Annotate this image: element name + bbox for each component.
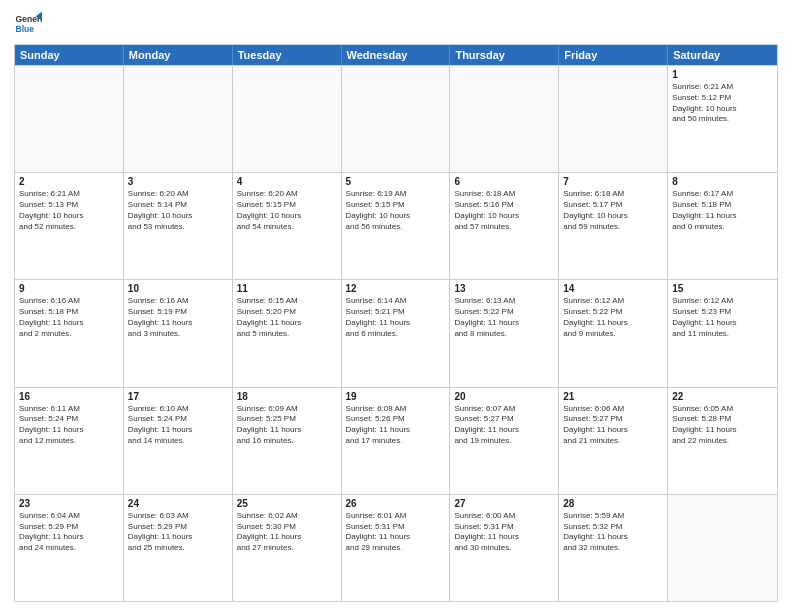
page-header: General Blue [14, 10, 778, 38]
day-info: Sunrise: 6:15 AM Sunset: 5:20 PM Dayligh… [237, 296, 337, 339]
day-info: Sunrise: 6:02 AM Sunset: 5:30 PM Dayligh… [237, 511, 337, 554]
calendar-body: 1Sunrise: 6:21 AM Sunset: 5:12 PM Daylig… [15, 65, 777, 601]
day-info: Sunrise: 6:18 AM Sunset: 5:16 PM Dayligh… [454, 189, 554, 232]
day-header-monday: Monday [124, 45, 233, 65]
day-number: 16 [19, 391, 119, 402]
calendar-cell: 10Sunrise: 6:16 AM Sunset: 5:19 PM Dayli… [124, 280, 233, 386]
calendar-cell [450, 66, 559, 172]
calendar-cell: 17Sunrise: 6:10 AM Sunset: 5:24 PM Dayli… [124, 388, 233, 494]
calendar-cell: 4Sunrise: 6:20 AM Sunset: 5:15 PM Daylig… [233, 173, 342, 279]
day-header-thursday: Thursday [450, 45, 559, 65]
calendar-cell: 12Sunrise: 6:14 AM Sunset: 5:21 PM Dayli… [342, 280, 451, 386]
calendar-cell: 13Sunrise: 6:13 AM Sunset: 5:22 PM Dayli… [450, 280, 559, 386]
day-info: Sunrise: 6:20 AM Sunset: 5:15 PM Dayligh… [237, 189, 337, 232]
day-info: Sunrise: 6:07 AM Sunset: 5:27 PM Dayligh… [454, 404, 554, 447]
calendar-cell: 6Sunrise: 6:18 AM Sunset: 5:16 PM Daylig… [450, 173, 559, 279]
calendar-cell: 19Sunrise: 6:08 AM Sunset: 5:26 PM Dayli… [342, 388, 451, 494]
day-number: 2 [19, 176, 119, 187]
day-info: Sunrise: 6:03 AM Sunset: 5:29 PM Dayligh… [128, 511, 228, 554]
day-number: 8 [672, 176, 773, 187]
calendar-row-2: 2Sunrise: 6:21 AM Sunset: 5:13 PM Daylig… [15, 172, 777, 279]
day-info: Sunrise: 6:10 AM Sunset: 5:24 PM Dayligh… [128, 404, 228, 447]
calendar-cell: 16Sunrise: 6:11 AM Sunset: 5:24 PM Dayli… [15, 388, 124, 494]
calendar-cell: 21Sunrise: 6:06 AM Sunset: 5:27 PM Dayli… [559, 388, 668, 494]
calendar-cell: 1Sunrise: 6:21 AM Sunset: 5:12 PM Daylig… [668, 66, 777, 172]
day-info: Sunrise: 6:13 AM Sunset: 5:22 PM Dayligh… [454, 296, 554, 339]
calendar-cell [15, 66, 124, 172]
day-number: 21 [563, 391, 663, 402]
day-number: 3 [128, 176, 228, 187]
day-number: 18 [237, 391, 337, 402]
day-header-friday: Friday [559, 45, 668, 65]
day-number: 6 [454, 176, 554, 187]
day-number: 5 [346, 176, 446, 187]
calendar-cell: 7Sunrise: 6:18 AM Sunset: 5:17 PM Daylig… [559, 173, 668, 279]
day-info: Sunrise: 6:18 AM Sunset: 5:17 PM Dayligh… [563, 189, 663, 232]
day-number: 23 [19, 498, 119, 509]
day-number: 24 [128, 498, 228, 509]
day-number: 20 [454, 391, 554, 402]
calendar: SundayMondayTuesdayWednesdayThursdayFrid… [14, 44, 778, 602]
calendar-cell: 24Sunrise: 6:03 AM Sunset: 5:29 PM Dayli… [124, 495, 233, 601]
calendar-cell: 23Sunrise: 6:04 AM Sunset: 5:29 PM Dayli… [15, 495, 124, 601]
calendar-cell: 28Sunrise: 5:59 AM Sunset: 5:32 PM Dayli… [559, 495, 668, 601]
day-number: 15 [672, 283, 773, 294]
calendar-row-5: 23Sunrise: 6:04 AM Sunset: 5:29 PM Dayli… [15, 494, 777, 601]
svg-text:Blue: Blue [16, 24, 35, 34]
day-info: Sunrise: 6:00 AM Sunset: 5:31 PM Dayligh… [454, 511, 554, 554]
calendar-cell: 11Sunrise: 6:15 AM Sunset: 5:20 PM Dayli… [233, 280, 342, 386]
calendar-row-3: 9Sunrise: 6:16 AM Sunset: 5:18 PM Daylig… [15, 279, 777, 386]
day-number: 7 [563, 176, 663, 187]
day-number: 14 [563, 283, 663, 294]
day-number: 12 [346, 283, 446, 294]
calendar-row-4: 16Sunrise: 6:11 AM Sunset: 5:24 PM Dayli… [15, 387, 777, 494]
calendar-cell [668, 495, 777, 601]
calendar-row-1: 1Sunrise: 6:21 AM Sunset: 5:12 PM Daylig… [15, 65, 777, 172]
calendar-cell: 15Sunrise: 6:12 AM Sunset: 5:23 PM Dayli… [668, 280, 777, 386]
day-number: 22 [672, 391, 773, 402]
calendar-cell: 8Sunrise: 6:17 AM Sunset: 5:18 PM Daylig… [668, 173, 777, 279]
day-info: Sunrise: 6:09 AM Sunset: 5:25 PM Dayligh… [237, 404, 337, 447]
day-info: Sunrise: 6:19 AM Sunset: 5:15 PM Dayligh… [346, 189, 446, 232]
calendar-cell: 26Sunrise: 6:01 AM Sunset: 5:31 PM Dayli… [342, 495, 451, 601]
day-info: Sunrise: 6:12 AM Sunset: 5:22 PM Dayligh… [563, 296, 663, 339]
calendar-cell: 27Sunrise: 6:00 AM Sunset: 5:31 PM Dayli… [450, 495, 559, 601]
day-header-saturday: Saturday [668, 45, 777, 65]
day-number: 25 [237, 498, 337, 509]
day-number: 28 [563, 498, 663, 509]
logo-icon: General Blue [14, 10, 42, 38]
day-header-sunday: Sunday [15, 45, 124, 65]
day-info: Sunrise: 6:08 AM Sunset: 5:26 PM Dayligh… [346, 404, 446, 447]
calendar-cell: 9Sunrise: 6:16 AM Sunset: 5:18 PM Daylig… [15, 280, 124, 386]
day-header-wednesday: Wednesday [342, 45, 451, 65]
day-number: 26 [346, 498, 446, 509]
day-number: 9 [19, 283, 119, 294]
day-number: 17 [128, 391, 228, 402]
calendar-cell [233, 66, 342, 172]
calendar-cell: 22Sunrise: 6:05 AM Sunset: 5:28 PM Dayli… [668, 388, 777, 494]
calendar-cell [124, 66, 233, 172]
calendar-cell: 2Sunrise: 6:21 AM Sunset: 5:13 PM Daylig… [15, 173, 124, 279]
day-info: Sunrise: 6:21 AM Sunset: 5:12 PM Dayligh… [672, 82, 773, 125]
day-number: 10 [128, 283, 228, 294]
calendar-cell: 14Sunrise: 6:12 AM Sunset: 5:22 PM Dayli… [559, 280, 668, 386]
calendar-cell: 25Sunrise: 6:02 AM Sunset: 5:30 PM Dayli… [233, 495, 342, 601]
calendar-cell: 20Sunrise: 6:07 AM Sunset: 5:27 PM Dayli… [450, 388, 559, 494]
day-info: Sunrise: 5:59 AM Sunset: 5:32 PM Dayligh… [563, 511, 663, 554]
day-info: Sunrise: 6:21 AM Sunset: 5:13 PM Dayligh… [19, 189, 119, 232]
day-info: Sunrise: 6:16 AM Sunset: 5:19 PM Dayligh… [128, 296, 228, 339]
calendar-cell [559, 66, 668, 172]
day-number: 27 [454, 498, 554, 509]
day-info: Sunrise: 6:17 AM Sunset: 5:18 PM Dayligh… [672, 189, 773, 232]
day-info: Sunrise: 6:11 AM Sunset: 5:24 PM Dayligh… [19, 404, 119, 447]
day-info: Sunrise: 6:20 AM Sunset: 5:14 PM Dayligh… [128, 189, 228, 232]
day-info: Sunrise: 6:06 AM Sunset: 5:27 PM Dayligh… [563, 404, 663, 447]
day-number: 4 [237, 176, 337, 187]
calendar-cell: 18Sunrise: 6:09 AM Sunset: 5:25 PM Dayli… [233, 388, 342, 494]
day-info: Sunrise: 6:04 AM Sunset: 5:29 PM Dayligh… [19, 511, 119, 554]
logo: General Blue [14, 10, 42, 38]
day-number: 19 [346, 391, 446, 402]
day-info: Sunrise: 6:14 AM Sunset: 5:21 PM Dayligh… [346, 296, 446, 339]
calendar-header: SundayMondayTuesdayWednesdayThursdayFrid… [15, 45, 777, 65]
day-info: Sunrise: 6:01 AM Sunset: 5:31 PM Dayligh… [346, 511, 446, 554]
